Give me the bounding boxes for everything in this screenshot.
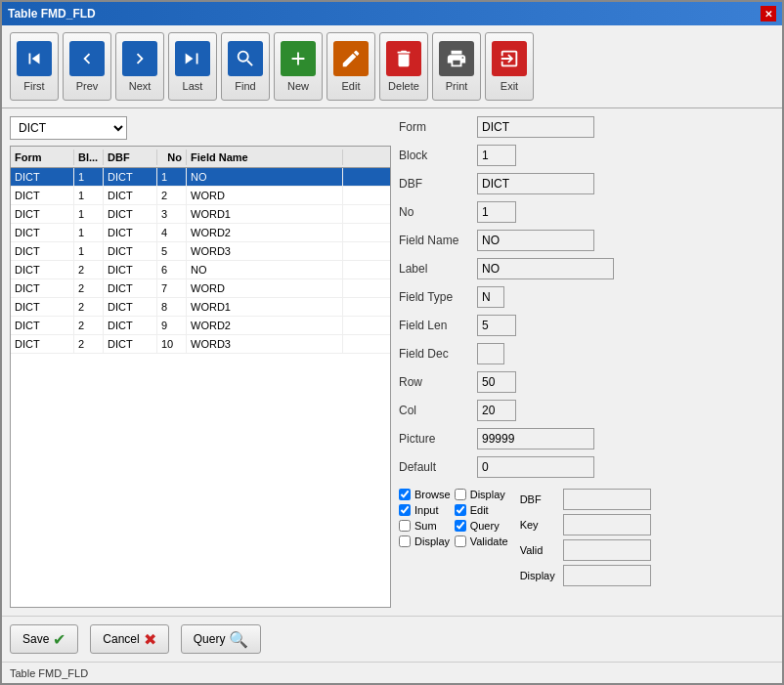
cell-dbf: DICT [104, 279, 157, 297]
print-button[interactable]: Print [432, 32, 481, 101]
input-checkbox[interactable] [399, 504, 411, 516]
default-field-label: Default [399, 460, 477, 474]
edit-label: Edit [470, 504, 489, 516]
sum-label: Sum [414, 520, 437, 532]
table-row[interactable]: DICT 1 DICT 3 WORD1 [11, 205, 390, 224]
side-key-label: Key [520, 519, 559, 531]
side-dbf-input[interactable] [563, 489, 651, 510]
close-button[interactable]: ✕ [761, 6, 776, 21]
cell-form: DICT [11, 261, 74, 278]
browse-checkbox[interactable] [399, 489, 411, 500]
col-field-input[interactable] [477, 400, 516, 421]
delete-button[interactable]: Delete [379, 32, 428, 101]
cell-fieldname: WORD2 [187, 317, 343, 334]
find-button[interactable]: Find [221, 32, 270, 101]
main-window: Table FMD_FLD ✕ First Prev Next [0, 0, 784, 685]
table-row[interactable]: DICT 2 DICT 9 WORD2 [11, 317, 390, 335]
next-button[interactable]: Next [115, 32, 164, 101]
cell-no: 2 [157, 187, 187, 204]
checkbox-validate: Validate [455, 535, 508, 547]
side-dbf-row: DBF [520, 489, 651, 510]
table-header: Form Bl... DBF No Field Name [11, 147, 390, 168]
browse-label: Browse [414, 489, 451, 500]
cell-fieldname: NO [187, 168, 343, 186]
print-label: Print [446, 80, 468, 92]
form-field-input[interactable] [477, 116, 594, 138]
prev-button[interactable]: Prev [63, 32, 111, 101]
cell-fieldname: WORD3 [187, 335, 343, 353]
validate-label: Validate [470, 535, 508, 547]
side-key-input[interactable] [563, 514, 651, 535]
label-field-input[interactable] [477, 258, 614, 279]
checkbox-browse: Browse [399, 489, 451, 500]
exit-button[interactable]: Exit [485, 32, 534, 101]
save-button[interactable]: Save ✔ [10, 624, 78, 654]
table-row[interactable]: DICT 1 DICT 4 WORD2 [11, 224, 390, 242]
table-row[interactable]: DICT 1 DICT 1 NO [11, 168, 390, 187]
sum-checkbox[interactable] [399, 520, 411, 532]
checkbox-input: Input [399, 504, 451, 516]
form-row-row: Row [399, 371, 774, 393]
query-button[interactable]: Query 🔍 [181, 624, 262, 654]
cell-dbf: DICT [104, 168, 157, 186]
cell-form: DICT [11, 317, 74, 334]
table-body: DICT 1 DICT 1 NO DICT 1 DICT 2 WORD DICT… [11, 168, 390, 607]
display2-label: Display [470, 489, 505, 500]
dbf-field-input[interactable] [477, 173, 594, 194]
cell-fieldname: WORD [187, 279, 343, 297]
cancel-x-icon: ✖ [144, 630, 156, 649]
cell-dbf: DICT [104, 187, 157, 204]
cell-bl: 1 [74, 168, 104, 186]
default-field-input[interactable] [477, 456, 594, 478]
last-button[interactable]: Last [168, 32, 217, 101]
table-row[interactable]: DICT 2 DICT 8 WORD1 [11, 298, 390, 317]
cell-bl: 2 [74, 298, 104, 316]
form-dropdown[interactable]: DICT [10, 116, 127, 140]
fieldtype-field-input[interactable] [477, 286, 504, 308]
edit-label: Edit [342, 80, 361, 92]
side-valid-row: Valid [520, 539, 651, 561]
side-key-row: Key [520, 514, 651, 535]
fieldtype-field-label: Field Type [399, 290, 477, 304]
delete-label: Delete [388, 80, 419, 92]
table-row[interactable]: DICT 2 DICT 10 WORD3 [11, 335, 390, 354]
cell-no: 4 [157, 224, 187, 241]
new-button[interactable]: New [274, 32, 323, 101]
validate-checkbox[interactable] [455, 535, 466, 547]
table-row[interactable]: DICT 2 DICT 6 NO [11, 261, 390, 279]
table-row[interactable]: DICT 2 DICT 7 WORD [11, 279, 390, 298]
cell-form: DICT [11, 298, 74, 316]
query-checkbox[interactable] [455, 520, 466, 532]
table-row[interactable]: DICT 1 DICT 2 WORD [11, 187, 390, 205]
side-valid-input[interactable] [563, 539, 651, 561]
table-row[interactable]: DICT 1 DICT 5 WORD3 [11, 242, 390, 261]
exit-label: Exit [501, 80, 518, 92]
cell-dbf: DICT [104, 261, 157, 278]
display2-checkbox[interactable] [455, 489, 466, 500]
fielddec-field-input[interactable] [477, 343, 504, 364]
form-row-label: Label [399, 258, 774, 279]
data-table: Form Bl... DBF No Field Name DICT 1 DICT… [10, 146, 391, 608]
side-display-input[interactable] [563, 565, 651, 586]
cell-form: DICT [11, 242, 74, 260]
first-button[interactable]: First [10, 32, 59, 101]
picture-field-input[interactable] [477, 428, 594, 450]
cell-bl: 1 [74, 187, 104, 204]
dropdown-row: DICT [10, 116, 391, 140]
fieldname-field-input[interactable] [477, 230, 594, 251]
form-row-fieldlen: Field Len [399, 315, 774, 336]
no-field-input[interactable] [477, 201, 516, 223]
cell-fieldname: WORD [187, 187, 343, 204]
row-field-input[interactable] [477, 371, 516, 393]
new-icon [281, 41, 316, 76]
checkbox-edit: Edit [455, 504, 508, 516]
fieldlen-field-input[interactable] [477, 315, 516, 336]
edit-button[interactable]: Edit [327, 32, 375, 101]
block-field-input[interactable] [477, 145, 516, 166]
edit-checkbox[interactable] [455, 504, 466, 516]
display-left-checkbox[interactable] [399, 535, 411, 547]
cancel-button[interactable]: Cancel ✖ [90, 624, 168, 654]
next-label: Next [129, 80, 152, 92]
cell-bl: 2 [74, 335, 104, 353]
cell-fieldname: WORD2 [187, 224, 343, 241]
